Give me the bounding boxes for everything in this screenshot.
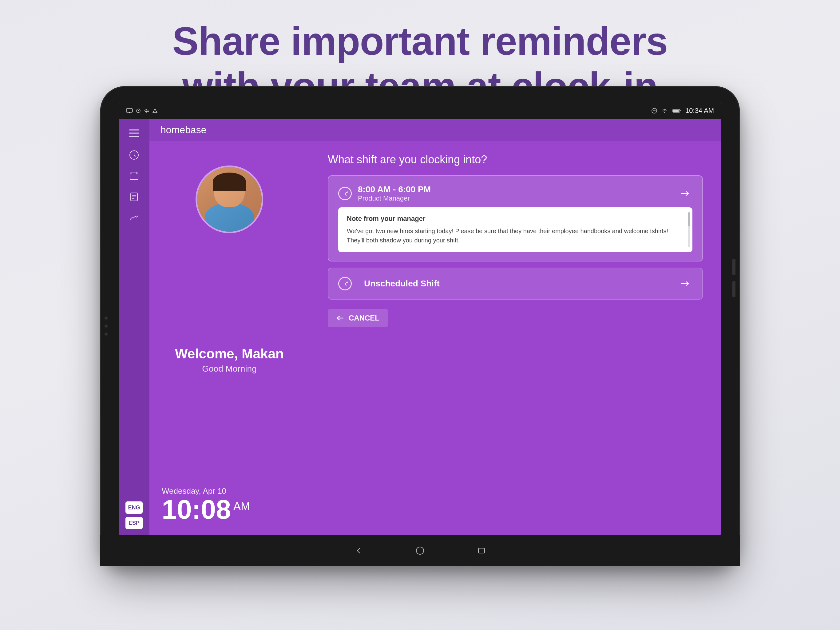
hamburger-button[interactable] xyxy=(126,125,142,141)
warning-icon xyxy=(153,109,158,113)
unscheduled-clock-icon xyxy=(338,277,352,290)
note-title: Note from your manager xyxy=(347,215,684,223)
lang-eng-button[interactable]: ENG xyxy=(125,502,143,514)
tablet-device: 10:34 AM xyxy=(100,86,740,566)
sidebar-bottom: ENG ESP xyxy=(125,502,143,535)
settings-icon xyxy=(136,108,141,113)
arrows-icon xyxy=(144,109,149,113)
shift-info: 8:00 AM - 6:00 PM Product Manager xyxy=(358,185,679,203)
svg-point-24 xyxy=(416,547,424,554)
back-arrow-icon xyxy=(336,315,344,321)
unscheduled-shift-card[interactable]: Unscheduled Shift xyxy=(328,268,703,300)
unscheduled-info: Unscheduled Shift xyxy=(364,279,679,288)
unscheduled-arrow-button[interactable] xyxy=(679,277,692,290)
left-panel: Welcome, Makan Good Morning Wedesday, Ap… xyxy=(149,141,309,535)
shift-card-header: 8:00 AM - 6:00 PM Product Manager xyxy=(338,185,692,203)
svg-point-3 xyxy=(138,110,139,111)
status-bar-right: 10:34 AM xyxy=(652,107,714,115)
lang-esp-button[interactable]: ESP xyxy=(125,517,143,529)
sidebar-item-reports[interactable] xyxy=(125,188,143,206)
scheduled-shift-card[interactable]: 8:00 AM - 6:00 PM Product Manager xyxy=(328,175,703,261)
svg-rect-13 xyxy=(130,173,138,180)
right-panel: What shift are you clocking into? 8:00 A… xyxy=(309,141,721,535)
avatar-person xyxy=(197,167,262,232)
welcome-name: Welcome, Makan xyxy=(175,346,284,361)
clock-minute-hand xyxy=(345,193,346,196)
shift-question: What shift are you clocking into? xyxy=(328,153,703,166)
unscheduled-label: Unscheduled Shift xyxy=(364,279,679,288)
app-name: homebase xyxy=(161,124,206,136)
screen-icon xyxy=(126,108,133,113)
svg-rect-25 xyxy=(478,548,485,553)
status-time: 10:34 AM xyxy=(685,107,714,115)
svg-rect-1 xyxy=(129,112,130,113)
tablet-side-dots xyxy=(104,317,107,336)
back-nav-icon[interactable] xyxy=(352,545,365,557)
battery-icon xyxy=(673,109,681,113)
recents-nav-icon[interactable] xyxy=(475,545,488,557)
headline-line1: Share important reminders xyxy=(0,19,840,64)
shift-clock-icon xyxy=(338,187,352,200)
tablet-screen: 10:34 AM xyxy=(119,103,721,535)
volume-buttons xyxy=(733,259,736,297)
hamburger-line xyxy=(129,133,139,133)
time-display: 10:08 AM xyxy=(162,496,250,523)
cancel-label: CANCEL xyxy=(349,314,379,322)
avatar xyxy=(196,166,263,233)
note-scrollbar-thumb xyxy=(688,212,690,226)
app-bar: homebase xyxy=(149,119,721,141)
svg-rect-9 xyxy=(680,110,681,111)
note-scrollbar xyxy=(688,212,690,247)
status-bar: 10:34 AM xyxy=(119,103,721,119)
main-content: Welcome, Makan Good Morning Wedesday, Ap… xyxy=(149,141,721,535)
minus-circle-icon xyxy=(652,108,657,114)
avatar-hair xyxy=(213,173,246,191)
hamburger-line xyxy=(129,130,139,130)
note-body: We've got two new hires starting today! … xyxy=(347,226,684,245)
unscheduled-clock-minute xyxy=(345,283,346,287)
home-nav-icon[interactable] xyxy=(414,545,426,557)
svg-line-12 xyxy=(134,155,136,156)
time-ampm: AM xyxy=(234,501,250,512)
svg-rect-0 xyxy=(126,109,133,112)
shift-time: 8:00 AM - 6:00 PM xyxy=(358,185,679,195)
sidebar: ENG ESP xyxy=(119,119,149,535)
cancel-button[interactable]: CANCEL xyxy=(328,309,388,327)
sidebar-item-calendar[interactable] xyxy=(125,167,143,185)
manager-note-card: Note from your manager We've got two new… xyxy=(338,207,692,252)
sidebar-item-analytics[interactable] xyxy=(125,209,143,227)
status-bar-left xyxy=(126,108,158,113)
hamburger-line xyxy=(129,136,139,136)
date-time-area: Wedesday, Apr 10 10:08 AM xyxy=(149,486,250,523)
tablet-wrapper: 10:34 AM xyxy=(100,86,740,566)
date-text: Wedesday, Apr 10 xyxy=(162,486,250,496)
time-value: 10:08 xyxy=(162,496,231,523)
sidebar-item-clock[interactable] xyxy=(125,146,143,164)
svg-rect-8 xyxy=(673,110,679,112)
shift-role: Product Manager xyxy=(358,195,679,203)
welcome-text-area: Welcome, Makan Good Morning xyxy=(175,346,284,374)
shift-arrow-button[interactable] xyxy=(679,187,692,200)
wifi-icon xyxy=(662,108,668,113)
welcome-greeting: Good Morning xyxy=(175,364,284,374)
tablet-home-bar xyxy=(100,535,740,566)
